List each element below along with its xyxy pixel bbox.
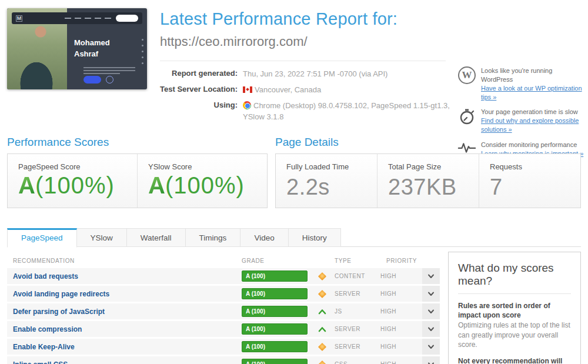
table-row: Avoid landing page redirects A (100) SER… — [7, 286, 440, 302]
detail-value: 237KB — [388, 175, 479, 200]
scores-info-section-heading: Rules are sorted in order of impact upon… — [458, 301, 571, 320]
site-logo: M — [16, 15, 22, 22]
recommendations-table: Avoid bad requests A (100) CONTENT HIGH … — [7, 268, 440, 364]
chevron-down-icon — [427, 274, 435, 279]
wordpress-icon: W — [458, 66, 476, 84]
diamond-icon — [318, 272, 326, 280]
grade-badge: A (100) — [242, 323, 308, 335]
chevron-up-icon — [318, 326, 326, 332]
gtmetrix-report-page: M Mohamed Ashraf Latest Performance Repo… — [0, 0, 588, 364]
column-header-priority: PRIORITY — [386, 258, 417, 264]
scores-info-section: Rules are sorted in order of impact upon… — [458, 301, 571, 349]
site-paragraph-placeholder — [83, 67, 135, 76]
meta-row: Test Server Location: Vancouver, Canada — [160, 85, 457, 96]
column-header-type: TYPE — [335, 258, 352, 264]
tab-history[interactable]: History — [289, 228, 341, 247]
meta-label: Test Server Location: — [160, 85, 238, 96]
diamond-icon — [318, 342, 326, 350]
priority-cell: HIGH — [380, 308, 420, 315]
page-title: Latest Performance Report for: — [160, 9, 397, 29]
expand-row-button[interactable] — [422, 321, 440, 337]
tab-video[interactable]: Video — [240, 228, 288, 247]
header-divider — [160, 61, 446, 61]
type-cell: CONTENT — [335, 273, 380, 279]
page-details-heading: Page Details — [275, 136, 339, 149]
scores-info-section-heading: Not every recommendation will apply to y… — [458, 356, 571, 364]
chevron-down-icon — [427, 327, 435, 332]
recommendation-link[interactable]: Avoid bad requests — [13, 272, 242, 280]
scores-info-title: What do my scores mean? — [458, 262, 571, 288]
score-cell: PageSpeed Score A(100%) — [8, 154, 137, 208]
type-cell: CSS — [335, 361, 380, 364]
column-header-grade: GRADE — [242, 258, 265, 264]
page-details-box: Fully Loaded Time 2.2s Total Page Size 2… — [275, 153, 581, 208]
scores-info-divider — [458, 293, 571, 294]
notice-link[interactable]: Have a look at our WP optimization tips … — [481, 85, 582, 101]
recommendation-link[interactable]: Avoid landing page redirects — [13, 290, 242, 298]
meta-value-text: Chrome (Desktop) 98.0.4758.102, PageSpee… — [243, 101, 450, 121]
table-row: Avoid bad requests A (100) CONTENT HIGH — [7, 268, 440, 284]
recommendation-link[interactable]: Enable Keep-Alive — [13, 343, 242, 351]
detail-value: 7 — [490, 175, 580, 200]
diamond-icon — [318, 360, 326, 364]
expand-row-button[interactable] — [422, 286, 440, 302]
tab-yslow[interactable]: YSlow — [77, 228, 127, 247]
site-social-dots — [142, 39, 143, 68]
priority-cell: HIGH — [380, 361, 420, 364]
meta-value: Vancouver, Canada — [243, 85, 457, 96]
expand-row-button[interactable] — [422, 268, 440, 284]
recommendation-link[interactable]: Defer parsing of JavaScript — [13, 308, 242, 316]
report-meta: Report generated: Thu, Jun 23, 2022 7:51… — [160, 69, 457, 127]
recommendation-link[interactable]: Inline small CSS — [13, 360, 242, 364]
chrome-icon — [243, 101, 251, 109]
stopwatch-icon — [458, 108, 476, 125]
expand-row-button[interactable] — [422, 303, 440, 319]
expand-row-button[interactable] — [422, 339, 440, 355]
scores-info-panel: What do my scores mean? Rules are sorted… — [448, 252, 581, 364]
chevron-down-icon — [427, 292, 435, 296]
type-cell: SERVER — [335, 343, 380, 350]
detail-cell: Fully Loaded Time 2.2s — [276, 154, 377, 208]
tab-pagespeed[interactable]: PageSpeed — [7, 228, 77, 248]
detail-label: Fully Loaded Time — [286, 162, 377, 171]
notice-text: Consider monitoring performance — [481, 141, 577, 148]
table-row: Inline small CSS A (100) CSS HIGH — [7, 356, 440, 364]
tab-timings[interactable]: Timings — [186, 228, 241, 247]
score-label: YSlow Score — [148, 162, 267, 171]
site-title: Mohamed Ashraf — [74, 38, 121, 60]
meta-row: Using: Chrome (Desktop) 98.0.4758.102, P… — [160, 101, 457, 123]
detail-label: Requests — [490, 162, 580, 171]
expand-row-button[interactable] — [422, 356, 440, 364]
meta-row: Report generated: Thu, Jun 23, 2022 7:51… — [160, 69, 457, 80]
table-row: Enable compression A (100) SERVER HIGH — [7, 321, 440, 337]
type-cell: SERVER — [335, 326, 380, 332]
report-url: https://ceo.mirrororg.com/ — [160, 34, 308, 49]
detail-label: Total Page Size — [388, 162, 479, 171]
site-buttons — [83, 76, 113, 84]
pulse-icon — [457, 141, 476, 155]
performance-scores-box: PageSpeed Score A(100%) YSlow Score A(10… — [7, 153, 268, 208]
type-cell: JS — [335, 308, 380, 315]
chevron-up-icon — [318, 309, 326, 315]
table-row: Defer parsing of JavaScript A (100) JS H… — [7, 303, 440, 319]
table-header: RECOMMENDATION GRADE TYPE PRIORITY — [7, 256, 440, 267]
meta-label: Using: — [160, 101, 238, 123]
recommendation-link[interactable]: Enable compression — [13, 325, 242, 333]
priority-cell: HIGH — [380, 273, 420, 279]
site-cta-button — [116, 15, 138, 22]
score-label: PageSpeed Score — [18, 162, 137, 171]
priority-cell: HIGH — [380, 326, 420, 332]
score-value: A(100%) — [18, 172, 137, 199]
meta-value: Thu, Jun 23, 2022 7:51 PM -0700 (via API… — [243, 69, 457, 80]
site-screenshot-thumbnail[interactable]: M Mohamed Ashraf — [7, 8, 147, 89]
tab-bar: PageSpeedYSlowWaterfallTimingsVideoHisto… — [7, 228, 341, 248]
tab-waterfall[interactable]: Waterfall — [127, 228, 186, 247]
notice-link[interactable]: Find out why and explore possible soluti… — [481, 117, 579, 133]
scores-info-section-body: Optimizing rules at the top of the list … — [458, 320, 571, 349]
grade-badge: A (100) — [242, 271, 308, 282]
scores-info-section: Not every recommendation will apply to y… — [458, 356, 571, 364]
score-value: A(100%) — [148, 172, 267, 199]
grade-badge: A (100) — [242, 306, 308, 317]
grade-badge: A (100) — [242, 359, 308, 364]
canada-flag-icon — [243, 86, 252, 93]
